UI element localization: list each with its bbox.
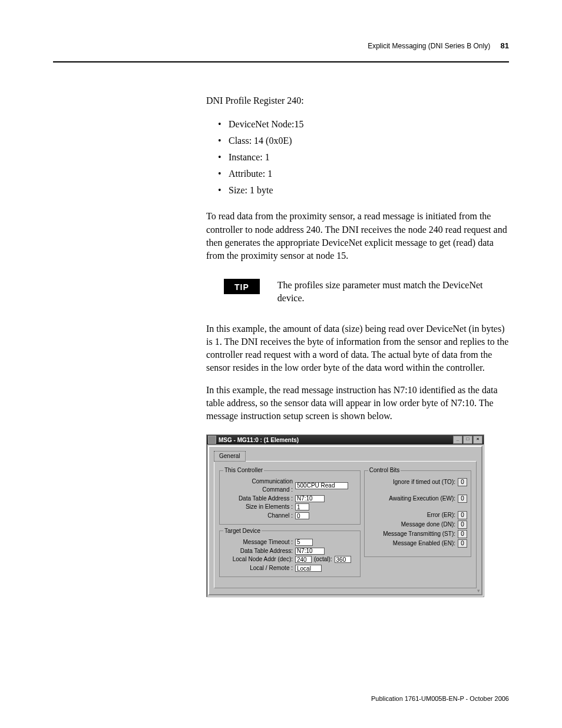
- tip-block: TIP The profiles size parameter must mat…: [224, 279, 509, 305]
- local-remote-label: Local / Remote :: [223, 564, 295, 572]
- group-legend: Control Bits: [368, 466, 401, 475]
- close-button[interactable]: ×: [473, 436, 482, 444]
- page-header: Explicit Messaging (DNI Series B Only) 8…: [53, 41, 509, 59]
- er-bit[interactable]: 0: [458, 511, 467, 519]
- paragraph-3: In this example, the read message instru…: [206, 384, 509, 423]
- profile-bullets: DeviceNet Node:15 Class: 14 (0x0E) Insta…: [206, 118, 509, 197]
- local-remote-input[interactable]: [295, 565, 322, 572]
- timeout-input[interactable]: [295, 539, 313, 546]
- header-section: Explicit Messaging (DNI Series B Only): [368, 42, 490, 50]
- body-content: DNI Profile Register 240: DeviceNet Node…: [206, 94, 509, 597]
- st-bit[interactable]: 0: [458, 530, 467, 538]
- bullet-item: Instance: 1: [229, 151, 509, 164]
- st-label: Message Transmitting (ST):: [383, 530, 458, 538]
- group-legend: Target Device: [223, 527, 262, 535]
- ew-bit[interactable]: 0: [458, 495, 467, 503]
- channel-label: Channel :: [223, 512, 295, 520]
- er-label: Error (ER):: [427, 511, 458, 519]
- dn-label: Message done (DN):: [401, 521, 458, 529]
- target-dta-label: Data Table Address:: [223, 547, 295, 555]
- paragraph-1: To read data from the proximity sensor, …: [206, 210, 509, 262]
- group-control-bits: Control Bits Ignore if timed out (TO): 0…: [364, 466, 471, 557]
- dialog-title: MSG - MG11:0 : (1 Elements): [219, 436, 452, 444]
- ew-label: Awaiting Execution (EW):: [389, 495, 458, 503]
- bullet-item: DeviceNet Node:15: [229, 118, 509, 131]
- tab-general[interactable]: General: [214, 451, 246, 462]
- size-input[interactable]: [295, 503, 309, 510]
- header-rule: [53, 61, 509, 62]
- dta-label: Data Table Address :: [223, 495, 295, 503]
- minimize-button[interactable]: _: [453, 436, 462, 444]
- msg-dialog: MSG - MG11:0 : (1 Elements) _ □ × Genera…: [206, 434, 484, 597]
- en-label: Message Enabled (EN):: [393, 539, 458, 548]
- node-label: Local Node Addr (dec):: [223, 555, 295, 564]
- to-label: Ignore if timed out (TO):: [393, 478, 458, 486]
- publication-footer: Publication 1761-UM005B-EN-P - October 2…: [371, 695, 509, 702]
- comm-cmd-input[interactable]: [295, 482, 348, 489]
- dn-bit[interactable]: 0: [458, 521, 467, 529]
- group-target-device: Target Device Message Timeout : Data Tab…: [219, 527, 361, 577]
- page-number: 81: [501, 41, 509, 50]
- en-bit[interactable]: 0: [458, 539, 467, 548]
- channel-input[interactable]: [295, 512, 309, 519]
- group-this-controller: This Controller Communication Command : …: [219, 466, 361, 525]
- maximize-button[interactable]: □: [463, 436, 472, 444]
- profile-heading: DNI Profile Register 240:: [206, 94, 509, 107]
- node-octal-input[interactable]: [335, 556, 351, 563]
- timeout-label: Message Timeout :: [223, 538, 295, 546]
- group-legend: This Controller: [223, 466, 264, 475]
- to-bit[interactable]: 0: [458, 478, 467, 486]
- node-octal-label: (octal):: [312, 555, 335, 564]
- paragraph-2: In this example, the amount of data (siz…: [206, 322, 509, 374]
- scroll-indicator: ▾: [477, 587, 480, 594]
- bullet-item: Attribute: 1: [229, 167, 509, 180]
- size-label: Size in Elements :: [223, 503, 295, 511]
- tip-label: TIP: [224, 279, 260, 294]
- target-dta-input[interactable]: [295, 548, 325, 555]
- dta-input[interactable]: [295, 495, 325, 502]
- bullet-item: Class: 14 (0x0E): [229, 134, 509, 147]
- dialog-titlebar: MSG - MG11:0 : (1 Elements) _ □ ×: [207, 435, 484, 444]
- dialog-icon: [208, 436, 216, 444]
- tip-text: The profiles size parameter must match t…: [277, 279, 509, 305]
- node-dec-input[interactable]: [295, 556, 312, 563]
- comm-cmd-label: Communication Command :: [223, 477, 295, 494]
- bullet-item: Size: 1 byte: [229, 184, 509, 197]
